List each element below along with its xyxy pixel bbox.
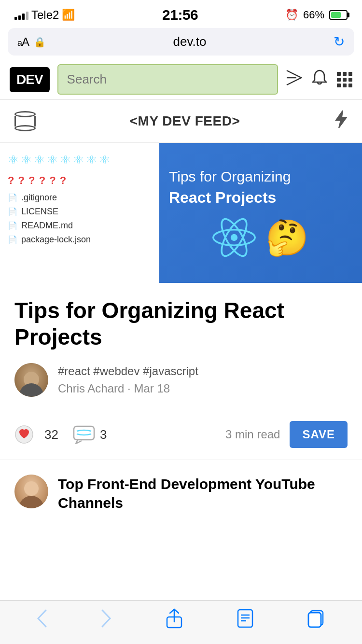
apps-icon[interactable]	[337, 72, 352, 87]
article-tags[interactable]: #react #webdev #javascript	[58, 364, 198, 378]
react-atom-4: ⚛	[47, 153, 58, 168]
heart-count: 32	[44, 427, 58, 442]
lightning-icon[interactable]	[334, 110, 348, 133]
signal-bars	[14, 10, 28, 20]
back-button[interactable]	[36, 609, 48, 631]
file-icon: 📄	[8, 193, 17, 202]
article-image-left: ⚛ ⚛ ⚛ ⚛ ⚛ ⚛ ⚛ ⚛ ? ? ? ? ? ? 📄 .gitignore…	[0, 143, 159, 283]
send-icon[interactable]	[286, 70, 302, 90]
article-title[interactable]: Tips for Organizing React Projects	[14, 297, 348, 350]
file-icon: 📄	[8, 235, 17, 244]
file-name: LICENSE	[21, 207, 58, 217]
react-atom-3: ⚛	[34, 153, 45, 168]
next-article-title[interactable]: Top Front-End Development YouTube Channe…	[58, 475, 348, 512]
search-input[interactable]	[57, 64, 278, 95]
battery-icon	[329, 10, 348, 20]
avatar-face	[14, 363, 48, 397]
article-image-right: Tips for OrganizingReact Projects 🤔	[159, 143, 362, 283]
file-list: 📄 .gitignore 📄 LICENSE 📄 README.md 📄 pac…	[8, 193, 152, 245]
react-atom-5: ⚛	[60, 153, 71, 168]
file-name: package-lock.json	[21, 235, 91, 245]
dev-logo[interactable]: DEV	[10, 67, 50, 92]
font-size-control[interactable]: aA	[17, 35, 29, 49]
article-meta: #react #webdev #javascript Chris Achard …	[14, 363, 348, 397]
file-item: 📄 README.md	[8, 221, 152, 231]
svg-rect-11	[308, 613, 321, 627]
react-atom-7: ⚛	[86, 153, 97, 168]
file-item: 📄 .gitignore	[8, 193, 152, 203]
tabs-button[interactable]	[306, 609, 326, 632]
nav-icons	[286, 70, 352, 90]
browser-address-bar[interactable]: aA 🔒 dev.to ↻	[8, 28, 354, 56]
file-icon: 📄	[8, 221, 17, 230]
author-avatar[interactable]	[14, 363, 48, 397]
share-button[interactable]	[165, 608, 183, 632]
heart-icon	[14, 425, 40, 444]
feed-header: <MY DEV FEED>	[0, 100, 362, 143]
article-tags-author: #react #webdev #javascript Chris Achard …	[58, 364, 198, 395]
feed-title: <MY DEV FEED>	[130, 113, 240, 129]
react-logos: ⚛ ⚛ ⚛ ⚛ ⚛ ⚛ ⚛ ⚛	[8, 153, 152, 168]
bottom-browser-bar	[0, 600, 362, 644]
react-atom-6: ⚛	[73, 153, 84, 168]
time-display: 21:56	[162, 7, 198, 23]
file-item: 📄 package-lock.json	[8, 235, 152, 245]
status-right: ⏰ 66%	[285, 9, 348, 21]
carrier-label: Tele2	[31, 8, 59, 22]
next-avatar-face	[14, 475, 48, 508]
file-name: .gitignore	[21, 193, 57, 203]
comment-icon	[73, 425, 95, 444]
next-author-avatar	[14, 475, 48, 508]
svg-marker-1	[336, 111, 347, 128]
database-icon[interactable]	[14, 111, 36, 131]
article-date: Mar 18	[134, 382, 170, 395]
article-author-date: Chris Achard · Mar 18	[58, 382, 198, 395]
wifi-icon: 📶	[62, 9, 75, 21]
article-image-icons: 🤔	[212, 216, 309, 259]
author-date-sep: ·	[127, 382, 134, 395]
read-time: 3 min read	[225, 428, 280, 441]
file-icon: 📄	[8, 207, 17, 216]
comment-action[interactable]: 3	[73, 425, 107, 444]
author-name[interactable]: Chris Achard	[58, 382, 124, 395]
question-marks: ? ? ? ? ? ?	[8, 174, 152, 187]
bell-icon[interactable]	[312, 70, 327, 90]
reload-button[interactable]: ↻	[334, 34, 345, 50]
article-actions: 32 3 3 min read SAVE	[0, 411, 362, 460]
article-content: Tips for Organizing React Projects #reac…	[0, 283, 362, 397]
nav-header: DEV	[0, 59, 362, 100]
alarm-icon: ⏰	[285, 9, 298, 21]
next-article[interactable]: Top Front-End Development YouTube Channe…	[0, 460, 362, 527]
react-icon-large	[212, 216, 256, 259]
file-name: README.md	[21, 221, 73, 231]
article-banner: ⚛ ⚛ ⚛ ⚛ ⚛ ⚛ ⚛ ⚛ ? ? ? ? ? ? 📄 .gitignore…	[0, 143, 362, 283]
status-left: Tele2 📶	[14, 8, 75, 22]
react-atom-8: ⚛	[99, 153, 110, 168]
svg-rect-7	[74, 426, 94, 440]
status-bar: Tele2 📶 21:56 ⏰ 66%	[0, 0, 362, 28]
forward-button[interactable]	[100, 609, 112, 631]
battery-body	[329, 10, 348, 20]
file-item: 📄 LICENSE	[8, 207, 152, 217]
heart-action[interactable]: 32	[14, 425, 58, 444]
react-atom-2: ⚛	[21, 153, 32, 168]
article-image-title: Tips for OrganizingReact Projects	[169, 167, 352, 209]
lock-icon: 🔒	[34, 36, 46, 48]
battery-fill	[331, 12, 341, 18]
svg-point-5	[231, 234, 237, 241]
react-atom-1: ⚛	[8, 153, 19, 168]
save-button[interactable]: SAVE	[290, 421, 348, 448]
bookmark-button[interactable]	[237, 608, 254, 632]
thinking-emoji: 🤔	[265, 217, 309, 258]
url-display[interactable]: dev.to	[51, 34, 329, 49]
comment-count: 3	[100, 427, 107, 442]
battery-percent: 66%	[303, 9, 324, 21]
